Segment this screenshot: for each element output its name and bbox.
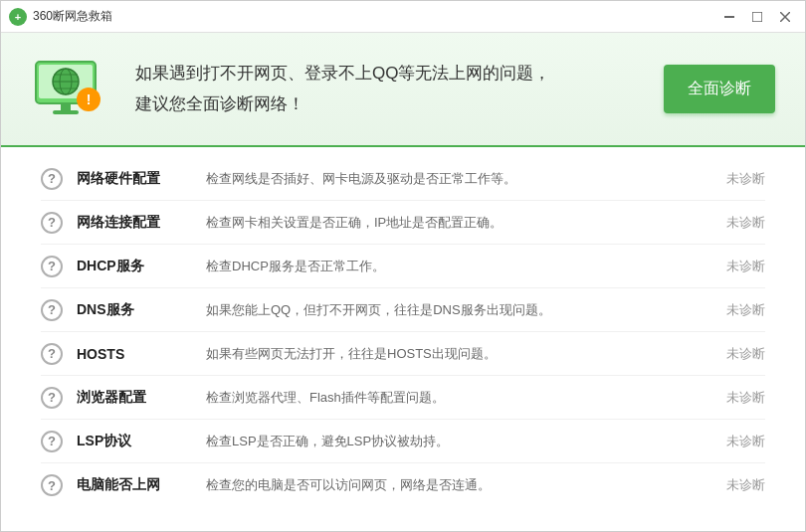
diag-question-icon: ? (41, 256, 63, 277)
diag-question-icon: ? (41, 299, 63, 321)
title-bar: + 360断网急救箱 (1, 1, 805, 33)
maximize-button[interactable] (745, 7, 769, 27)
diag-description: 检查LSP是否正确，避免LSP协议被劫持。 (196, 433, 710, 450)
app-title: 360断网急救箱 (33, 8, 717, 25)
diag-status-badge: 未诊断 (710, 476, 765, 494)
svg-rect-9 (53, 110, 79, 114)
diag-status-badge: 未诊断 (710, 258, 765, 275)
diag-description: 如果有些网页无法打开，往往是HOSTS出现问题。 (196, 345, 710, 363)
diag-status-badge: 未诊断 (710, 345, 765, 363)
diag-name: DHCP服务 (77, 258, 196, 275)
diagnostics-list: ? 网络硬件配置 检查网线是否插好、网卡电源及驱动是否正常工作等。 未诊断 ? … (1, 147, 805, 532)
diag-question-icon: ? (41, 474, 63, 496)
diagnostic-row[interactable]: ? 电脑能否上网 检查您的电脑是否可以访问网页，网络是否连通。 未诊断 (41, 463, 765, 507)
svg-text:+: + (15, 11, 21, 23)
diag-name: 网络硬件配置 (77, 170, 196, 188)
diagnostic-row[interactable]: ? 网络连接配置 检查网卡相关设置是否正确，IP地址是否配置正确。 未诊断 (41, 201, 765, 245)
diagnostic-row[interactable]: ? LSP协议 检查LSP是否正确，避免LSP协议被劫持。 未诊断 (41, 420, 765, 463)
full-diagnose-button[interactable]: 全面诊断 (664, 65, 775, 113)
diag-status-badge: 未诊断 (710, 433, 765, 450)
minimize-button[interactable] (717, 7, 741, 27)
header-banner: ! 如果遇到打不开网页、登录不上QQ等无法上网的问题， 建议您全面诊断网络！ 全… (1, 33, 805, 147)
diag-description: 检查网卡相关设置是否正确，IP地址是否配置正确。 (196, 214, 710, 232)
diag-name: 电脑能否上网 (77, 476, 196, 494)
diagnostic-row[interactable]: ? 浏览器配置 检查浏览器代理、Flash插件等配置问题。 未诊断 (41, 376, 765, 420)
diag-status-badge: 未诊断 (710, 170, 765, 188)
svg-text:!: ! (87, 91, 92, 107)
diag-question-icon: ? (41, 168, 63, 190)
svg-rect-3 (752, 12, 762, 22)
diagnostic-row[interactable]: ? HOSTS 如果有些网页无法打开，往往是HOSTS出现问题。 未诊断 (41, 332, 765, 376)
diag-status-badge: 未诊断 (710, 214, 765, 232)
svg-rect-8 (61, 103, 71, 111)
diagnostic-row[interactable]: ? DHCP服务 检查DHCP服务是否正常工作。 未诊断 (41, 245, 765, 288)
diag-status-badge: 未诊断 (710, 301, 765, 319)
diag-name: 网络连接配置 (77, 214, 196, 232)
window-controls (717, 7, 797, 27)
diag-question-icon: ? (41, 387, 63, 409)
diag-question-icon: ? (41, 343, 63, 365)
diagnostic-row[interactable]: ? DNS服务 如果您能上QQ，但打不开网页，往往是DNS服务出现问题。 未诊断 (41, 288, 765, 332)
banner-message: 如果遇到打不开网页、登录不上QQ等无法上网的问题， 建议您全面诊断网络！ (135, 59, 664, 119)
diag-question-icon: ? (41, 212, 63, 234)
diag-name: 浏览器配置 (77, 389, 196, 407)
diag-name: HOSTS (77, 346, 196, 362)
diag-description: 如果您能上QQ，但打不开网页，往往是DNS服务出现问题。 (196, 301, 710, 319)
diag-status-badge: 未诊断 (710, 389, 765, 407)
diag-description: 检查您的电脑是否可以访问网页，网络是否连通。 (196, 476, 710, 494)
diag-name: DNS服务 (77, 301, 196, 319)
diag-name: LSP协议 (77, 433, 196, 450)
banner-icon: ! (31, 52, 110, 126)
diag-description: 检查DHCP服务是否正常工作。 (196, 258, 710, 275)
app-icon: + (9, 8, 27, 26)
diag-description: 检查浏览器代理、Flash插件等配置问题。 (196, 389, 710, 407)
svg-rect-2 (724, 16, 734, 18)
close-button[interactable] (773, 7, 797, 27)
diag-question-icon: ? (41, 431, 63, 452)
banner-text-line1: 如果遇到打不开网页、登录不上QQ等无法上网的问题， (135, 59, 664, 89)
banner-text-line2: 建议您全面诊断网络！ (135, 89, 664, 120)
diagnostic-row[interactable]: ? 网络硬件配置 检查网线是否插好、网卡电源及驱动是否正常工作等。 未诊断 (41, 157, 765, 201)
diag-description: 检查网线是否插好、网卡电源及驱动是否正常工作等。 (196, 170, 710, 188)
